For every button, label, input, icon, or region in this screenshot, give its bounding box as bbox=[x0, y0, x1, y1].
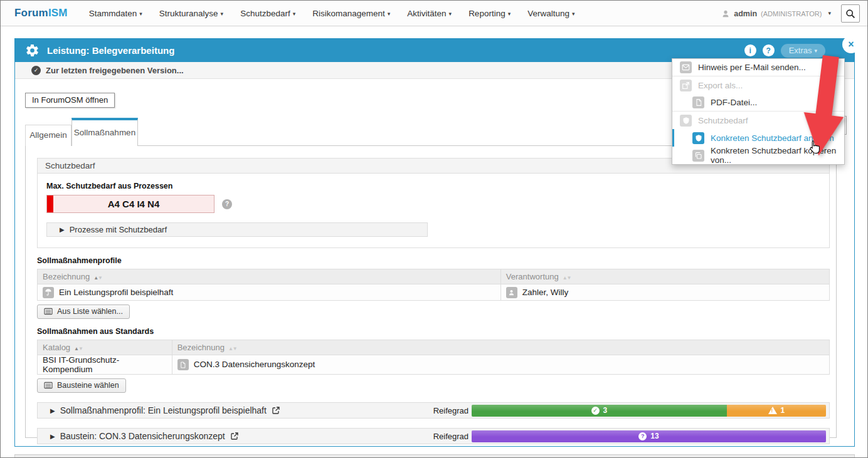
caret-right-icon: ▶ bbox=[60, 226, 65, 233]
sort-icon: ▲▼ bbox=[74, 346, 83, 351]
warning-icon: ! bbox=[768, 407, 777, 414]
user-name: admin bbox=[734, 9, 757, 18]
expander-title: Sollmaßnahmenprofil: Ein Leistungsprofil… bbox=[60, 405, 267, 415]
standards-table-label: Sollmaßnahmen aus Standards bbox=[37, 327, 830, 336]
menu-item-konkreten-schutzbedarf-anlegen[interactable]: Konkreten Schutzbedarf anlegen bbox=[672, 129, 844, 147]
chevron-down-icon: ▾ bbox=[293, 11, 296, 17]
chevron-down-icon: ▾ bbox=[139, 11, 142, 17]
next-panel-edge bbox=[14, 454, 855, 458]
table-row[interactable]: Ein Leistungsprofil beispielhaft Zahler,… bbox=[38, 284, 830, 301]
nav-item-schutzbedarf[interactable]: Schutzbedarf▾ bbox=[240, 9, 295, 18]
tab-sollmassnahmen[interactable]: Sollmaßnahmen bbox=[71, 118, 138, 146]
caret-right-icon: ▶ bbox=[50, 407, 55, 414]
expander-sollmassnahmenprofil[interactable]: ▶ Sollmaßnahmenprofil: Ein Leistungsprof… bbox=[37, 402, 830, 419]
reifegrad-bar: ✓3 !1 bbox=[472, 405, 826, 417]
nav-item-strukturanalyse[interactable]: Strukturanalyse▾ bbox=[159, 9, 223, 18]
version-link[interactable]: Zur letzten freigegebenen Version... bbox=[46, 66, 184, 75]
max-schutzbedarf-value: A4 C4 I4 N4 bbox=[53, 195, 214, 212]
nav-item-stammdaten[interactable]: Stammdaten▾ bbox=[89, 9, 142, 18]
max-schutzbedarf-row: A4 C4 I4 N4 ? bbox=[46, 195, 820, 213]
pdf-file-icon bbox=[692, 96, 704, 108]
segment-count: 1 bbox=[781, 406, 785, 415]
column-header-katalog[interactable]: Katalog▲▼ bbox=[38, 340, 172, 355]
profile-icon bbox=[43, 287, 54, 298]
nav-item-risikomanagement[interactable]: Risikomanagement▾ bbox=[312, 9, 390, 18]
document-icon bbox=[177, 359, 189, 370]
copy-icon bbox=[692, 150, 704, 162]
nav-item-verwaltung[interactable]: Verwaltung▾ bbox=[527, 9, 574, 18]
expander-prozesse-mit-schutzbedarf[interactable]: ▶ Prozesse mit Schutzbedarf bbox=[46, 222, 428, 237]
standards-table: Katalog▲▼ Bezeichnung▲▼ BSI IT-Grundschu… bbox=[37, 340, 830, 375]
cell-katalog: BSI IT-Grundschutz-Kompendium bbox=[43, 355, 119, 374]
logo-part-1: Forum bbox=[14, 7, 48, 19]
sort-icon: ▲▼ bbox=[563, 275, 571, 281]
reifegrad-section: Reifegrad ✓3 !1 bbox=[433, 405, 826, 417]
reifegrad-bar: ?13 bbox=[472, 430, 826, 442]
extras-menu: Hinweis per E-Mail senden... Export als.… bbox=[672, 58, 845, 165]
chevron-down-icon: ▾ bbox=[388, 11, 391, 17]
gear-icon bbox=[25, 43, 40, 58]
info-button[interactable]: i bbox=[744, 44, 756, 56]
aus-liste-waehlen-button[interactable]: Aus Liste wählen... bbox=[37, 304, 130, 319]
page-title: Leistung: Belegverarbeitung bbox=[47, 45, 174, 56]
shield-icon bbox=[680, 115, 692, 127]
expander-baustein[interactable]: ▶ Baustein: CON.3 Datensicherungskonzept… bbox=[37, 428, 830, 444]
menu-item-schutzbedarf: Schutzbedarf bbox=[672, 112, 844, 129]
external-link-icon[interactable] bbox=[272, 406, 280, 415]
reifegrad-section: Reifegrad ?13 bbox=[433, 430, 826, 442]
app-logo[interactable]: ForumISM bbox=[14, 7, 68, 19]
table-row[interactable]: BSI IT-Grundschutz-Kompendium CON.3 Date… bbox=[38, 355, 830, 375]
menu-item-export-als: Export als... bbox=[672, 76, 844, 94]
chevron-down-icon: ▾ bbox=[449, 11, 452, 17]
segment-count: 3 bbox=[603, 406, 608, 415]
bausteine-waehlen-button[interactable]: Bausteine wählen bbox=[37, 378, 126, 393]
bar-segment-ok[interactable]: ✓3 bbox=[472, 405, 727, 417]
bar-segment-open[interactable]: ?13 bbox=[472, 430, 826, 442]
severity-color-bar bbox=[47, 195, 53, 212]
external-link-icon[interactable] bbox=[230, 432, 239, 440]
profile-table-label: Sollmaßnahmenprofile bbox=[37, 256, 830, 265]
profile-table: Bezeichnung▲▼ Verantwortung▲▼ Ein Leistu… bbox=[37, 269, 830, 301]
top-navbar: ForumISM Stammdaten▾ Strukturanalyse▾ Sc… bbox=[1, 1, 867, 26]
list-icon bbox=[44, 381, 53, 390]
list-icon bbox=[44, 307, 53, 316]
column-header-verantwortung[interactable]: Verantwortung▲▼ bbox=[500, 269, 829, 284]
menu-item-pdf-datei[interactable]: PDF-Datei... bbox=[672, 94, 844, 112]
reifegrad-label: Reifegrad bbox=[433, 432, 468, 441]
user-role: (ADMINISTRATOR) bbox=[761, 10, 822, 18]
chevron-down-icon: ▾ bbox=[221, 11, 224, 17]
sollmassnahmen-tab-pane: Schutzbedarf Max. Schutzbedarf aus Proze… bbox=[25, 145, 837, 438]
sort-icon: ▲▼ bbox=[93, 275, 102, 281]
shield-icon bbox=[692, 132, 704, 144]
logo-part-2: ISM bbox=[48, 7, 68, 19]
app-viewport: ForumISM Stammdaten▾ Strukturanalyse▾ Sc… bbox=[0, 0, 868, 458]
chevron-down-icon: ▾ bbox=[828, 10, 831, 16]
nav-item-aktivitaeten[interactable]: Aktivitäten▾ bbox=[407, 9, 452, 18]
help-button[interactable]: ? bbox=[763, 44, 775, 56]
extras-button[interactable]: Extras▾ bbox=[781, 44, 825, 58]
max-schutzbedarf-value-field: A4 C4 I4 N4 bbox=[46, 195, 214, 213]
help-icon: ? bbox=[766, 46, 770, 55]
close-button[interactable]: × bbox=[842, 36, 860, 53]
bar-segment-warning[interactable]: !1 bbox=[727, 405, 826, 417]
segment-count: 13 bbox=[650, 432, 659, 440]
chevron-down-icon: ▾ bbox=[814, 48, 817, 54]
question-circle-icon[interactable]: ? bbox=[222, 199, 232, 209]
open-forumosm-button[interactable]: In ForumOSM öffnen bbox=[25, 93, 115, 108]
question-icon: ? bbox=[638, 432, 647, 440]
tab-bar: Allgemein Sollmaßnahmen bbox=[25, 118, 138, 146]
chevron-down-icon: ▾ bbox=[508, 11, 511, 17]
nav-item-reporting[interactable]: Reporting▾ bbox=[468, 9, 511, 18]
expander-label: Prozesse mit Schutzbedarf bbox=[70, 225, 167, 234]
column-header-bezeichnung[interactable]: Bezeichnung▲▼ bbox=[172, 340, 829, 355]
check-icon: ✓ bbox=[591, 407, 600, 415]
sort-icon: ▲▼ bbox=[228, 346, 237, 351]
caret-right-icon: ▶ bbox=[50, 433, 55, 440]
user-menu[interactable]: admin (ADMINISTRATOR) ▾ bbox=[721, 1, 831, 26]
main-menu: Stammdaten▾ Strukturanalyse▾ Schutzbedar… bbox=[89, 9, 575, 18]
menu-item-hinweis-email[interactable]: Hinweis per E-Mail senden... bbox=[672, 59, 844, 76]
menu-item-konkreten-schutzbedarf-kopieren[interactable]: Konkreten Schutzbedarf kopieren von... bbox=[672, 147, 844, 164]
tab-allgemein[interactable]: Allgemein bbox=[25, 125, 71, 146]
search-button[interactable] bbox=[841, 4, 860, 23]
column-header-bezeichnung[interactable]: Bezeichnung▲▼ bbox=[38, 269, 501, 284]
